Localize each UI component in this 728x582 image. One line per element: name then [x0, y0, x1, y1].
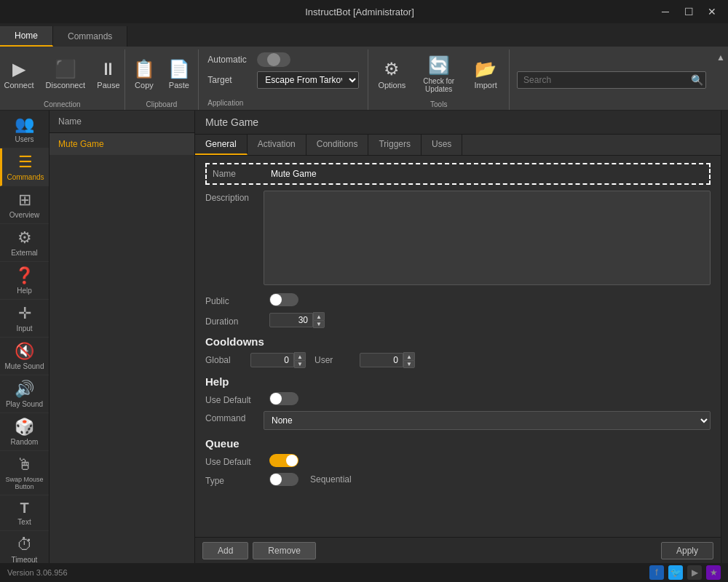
- global-up[interactable]: ▲: [294, 352, 306, 360]
- duration-down[interactable]: ▼: [313, 320, 325, 328]
- paste-button[interactable]: 📄 Paste: [163, 53, 195, 95]
- queue-toggle-thumb: [286, 455, 298, 466]
- help-header: Help: [205, 375, 711, 388]
- cooldowns-row: Global ▲ ▼ User ▲ ▼: [205, 352, 711, 368]
- sidebar-item-external[interactable]: ⚙ External: [0, 224, 49, 262]
- global-label: Global: [205, 355, 242, 365]
- sidebar-item-users[interactable]: 👥 Users: [0, 111, 49, 148]
- duration-up[interactable]: ▲: [313, 312, 325, 320]
- content-tabs: General Activation Conditions Triggers U…: [195, 135, 721, 156]
- user-down[interactable]: ▼: [403, 360, 415, 368]
- sidebar-item-mute-sound[interactable]: 🔇 Mute Sound: [0, 338, 49, 375]
- statusbar: Version 3.06.956 f 🐦 ▶ ★: [0, 563, 728, 582]
- check-updates-icon: 🔄: [428, 55, 450, 76]
- copy-button[interactable]: 📋 Copy: [128, 53, 160, 95]
- remove-button[interactable]: Remove: [253, 542, 316, 559]
- queue-use-default-toggle[interactable]: [269, 454, 298, 467]
- user-label: User: [314, 355, 351, 365]
- import-button[interactable]: 📂 Import: [470, 53, 502, 95]
- external-icon: ⚙: [17, 228, 32, 247]
- name-value: Mute Game: [271, 169, 703, 179]
- ribbon-collapse-button[interactable]: ▲: [713, 49, 728, 110]
- tab-commands[interactable]: Commands: [53, 26, 127, 47]
- content-scrollbar[interactable]: [721, 111, 728, 563]
- automatic-toggle[interactable]: [257, 52, 290, 67]
- content-tab-general[interactable]: General: [195, 135, 248, 155]
- duration-input[interactable]: [269, 313, 313, 327]
- status-icon-2[interactable]: 🐦: [668, 565, 683, 580]
- status-icon-1[interactable]: f: [649, 565, 664, 580]
- connection-label: Connection: [7, 99, 117, 110]
- name-label: Name: [213, 169, 271, 179]
- pause-button[interactable]: ⏸ Pause: [92, 53, 124, 95]
- command-panel: Name Mute Game: [50, 111, 195, 563]
- sidebar-item-text[interactable]: T Text: [0, 495, 49, 531]
- global-input[interactable]: [250, 353, 294, 367]
- target-select[interactable]: Escape From Tarkov: [257, 71, 359, 89]
- queue-type-row: Type Sequential: [205, 473, 711, 486]
- command-list: Mute Game: [50, 133, 194, 563]
- disconnect-button[interactable]: ⬛ Disconnect: [41, 53, 90, 95]
- version-label: Version 3.06.956: [7, 568, 68, 577]
- public-label: Public: [205, 294, 264, 306]
- name-field-row: Name Mute Game: [205, 163, 711, 185]
- queue-type-value: Sequential: [310, 474, 352, 485]
- tab-home[interactable]: Home: [0, 26, 53, 47]
- options-button[interactable]: ⚙ Options: [376, 53, 408, 95]
- global-down[interactable]: ▼: [294, 360, 306, 368]
- description-textarea[interactable]: [264, 191, 711, 285]
- check-updates-button[interactable]: 🔄 Check for Updates: [411, 53, 467, 95]
- search-input[interactable]: [517, 71, 706, 89]
- description-row: Description: [205, 191, 711, 287]
- status-icon-3[interactable]: ▶: [687, 565, 702, 580]
- search-wrapper: 🔍: [517, 71, 706, 89]
- add-button[interactable]: Add: [202, 542, 248, 559]
- content-tab-uses[interactable]: Uses: [422, 135, 462, 155]
- sidebar-item-commands[interactable]: ☰ Commands: [0, 148, 49, 186]
- content-tab-conditions[interactable]: Conditions: [306, 135, 369, 155]
- public-toggle[interactable]: [269, 293, 298, 306]
- search-icon[interactable]: 🔍: [691, 74, 703, 86]
- sidebar-item-random[interactable]: 🎲 Random: [0, 413, 49, 451]
- sidebar-item-play-sound[interactable]: 🔊 Play Sound: [0, 375, 49, 413]
- ribbon-group-connection: ▶ Connect ⬛ Disconnect ⏸ Pause Connectio…: [0, 49, 125, 110]
- sidebar-item-timeout[interactable]: ⏱ Timeout: [0, 531, 49, 563]
- content-tab-activation[interactable]: Activation: [248, 135, 306, 155]
- sidebar-item-help[interactable]: ❓ Help: [0, 262, 49, 300]
- content-main-row: Mute Game General Activation Conditions …: [195, 111, 728, 563]
- minimize-button[interactable]: ─: [655, 4, 676, 20]
- main-layout: 👥 Users ☰ Commands ⊞ Overview ⚙ External…: [0, 111, 728, 563]
- help-use-default-toggle[interactable]: [269, 392, 298, 405]
- content-scroll: Name Mute Game Description Public: [195, 156, 721, 537]
- mute-sound-icon: 🔇: [15, 342, 34, 361]
- sidebar-item-input[interactable]: ✛ Input: [0, 300, 49, 338]
- user-input[interactable]: [360, 353, 403, 367]
- app-tabbar: Home Commands: [0, 23, 728, 47]
- input-icon: ✛: [18, 304, 31, 323]
- sidebar-item-overview[interactable]: ⊞ Overview: [0, 186, 49, 224]
- clipboard-label: Clipboard: [132, 99, 191, 110]
- ribbon: ▶ Connect ⬛ Disconnect ⏸ Pause Connectio…: [0, 47, 728, 111]
- queue-type-label: Type: [205, 474, 264, 486]
- command-item-mute-game[interactable]: Mute Game: [50, 133, 194, 155]
- apply-button[interactable]: Apply: [661, 542, 713, 559]
- maximize-button[interactable]: ☐: [678, 4, 699, 20]
- import-icon: 📂: [475, 59, 496, 79]
- help-icon: ❓: [15, 266, 34, 285]
- content-tab-triggers[interactable]: Triggers: [368, 135, 422, 155]
- command-label: Command: [205, 411, 264, 423]
- play-sound-icon: 🔊: [15, 380, 34, 399]
- queue-type-toggle[interactable]: [269, 473, 298, 486]
- help-use-default-row: Use Default: [205, 392, 711, 405]
- sidebar: 👥 Users ☰ Commands ⊞ Overview ⚙ External…: [0, 111, 50, 563]
- status-icon-4[interactable]: ★: [706, 565, 721, 580]
- ribbon-group-application: Automatic Target Escape From Tarkov Appl…: [199, 49, 368, 110]
- user-up[interactable]: ▲: [403, 352, 415, 360]
- command-select[interactable]: None: [264, 411, 711, 430]
- titlebar-controls: ─ ☐ ✕: [655, 4, 722, 20]
- cooldowns-header: Cooldowns: [205, 335, 711, 348]
- close-button[interactable]: ✕: [702, 4, 722, 20]
- connect-button[interactable]: ▶ Connect: [0, 53, 39, 95]
- commands-icon: ☰: [18, 153, 33, 172]
- sidebar-item-swap-mouse[interactable]: 🖱 Swap Mouse Button: [0, 451, 49, 495]
